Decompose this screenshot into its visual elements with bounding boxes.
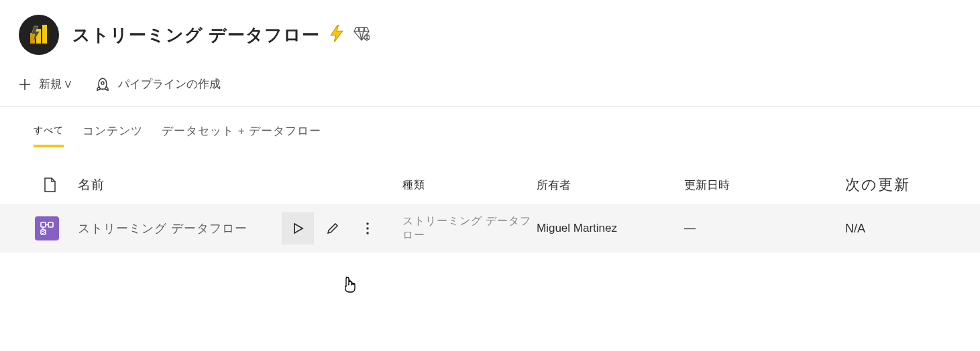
row-type: ストリーミング データフロー xyxy=(402,214,537,242)
row-owner: Miguel Martinez xyxy=(537,222,684,235)
more-vertical-icon xyxy=(366,222,369,234)
svg-point-7 xyxy=(101,82,104,84)
content-table: 名前 種類 所有者 更新日時 次の更新 ストリーミング データフロー xyxy=(0,168,980,253)
create-pipeline-button[interactable]: パイプラインの作成 xyxy=(95,76,221,92)
page-header: ストリーミング データフロー xyxy=(0,0,980,68)
rocket-icon xyxy=(95,77,110,92)
title-row: ストリーミング データフロー xyxy=(72,23,370,47)
svg-point-12 xyxy=(366,227,369,230)
document-icon xyxy=(43,177,56,193)
column-updated-header[interactable]: 更新日時 xyxy=(684,178,845,193)
tab-datasets-dataflows[interactable]: データセット + データフロー xyxy=(162,123,321,148)
lightning-icon xyxy=(327,23,347,46)
column-name-header[interactable]: 名前 xyxy=(60,176,282,194)
row-next: N/A xyxy=(845,222,980,236)
pencil-icon xyxy=(326,222,339,235)
column-type-header[interactable]: 種類 xyxy=(402,178,537,192)
row-actions xyxy=(282,212,402,244)
premium-diamond-icon[interactable] xyxy=(353,26,370,44)
streaming-dataflow-icon xyxy=(35,216,59,240)
row-icon-cell xyxy=(0,216,60,240)
table-row[interactable]: ストリーミング データフロー ストリーミング データフロー M xyxy=(0,204,980,253)
table-header: 名前 種類 所有者 更新日時 次の更新 xyxy=(0,168,980,204)
play-icon xyxy=(292,222,304,234)
page-title: ストリーミング データフロー xyxy=(72,23,320,47)
svg-point-11 xyxy=(366,222,369,225)
row-updated: — xyxy=(684,222,845,235)
workspace-icon xyxy=(19,15,59,55)
edit-button[interactable] xyxy=(317,212,349,244)
tab-all[interactable]: すべて xyxy=(34,125,64,147)
svg-rect-1 xyxy=(36,29,41,44)
new-button[interactable]: 新規 V xyxy=(19,76,71,92)
svg-rect-2 xyxy=(42,25,47,44)
play-button[interactable] xyxy=(282,212,314,244)
toolbar: 新規 V パイプラインの作成 xyxy=(0,68,980,107)
cursor-pointer-icon xyxy=(342,276,357,293)
row-name[interactable]: ストリーミング データフロー xyxy=(60,220,282,236)
column-next-header[interactable]: 次の更新 xyxy=(845,175,980,195)
plus-icon xyxy=(19,78,31,90)
more-options-button[interactable] xyxy=(351,212,384,244)
tabs: すべて コンテンツ データセット + データフロー xyxy=(0,107,980,148)
column-icon-header xyxy=(0,177,60,193)
svg-rect-9 xyxy=(48,222,53,227)
tab-content[interactable]: コンテンツ xyxy=(83,123,143,148)
svg-point-13 xyxy=(366,232,369,234)
column-owner-header[interactable]: 所有者 xyxy=(537,178,684,193)
svg-rect-8 xyxy=(41,222,46,227)
